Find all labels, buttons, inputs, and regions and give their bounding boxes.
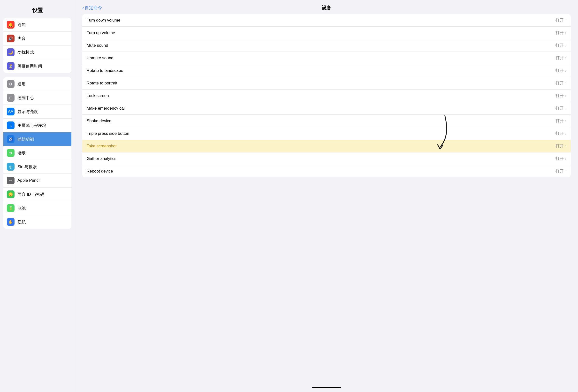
row-value-turn-down-volume: 打开: [555, 17, 564, 23]
row-chevron-take-screenshot: ›: [565, 144, 566, 148]
back-label: 自定命令: [85, 5, 102, 11]
settings-row-rotate-landscape[interactable]: Rotate to landscape 打开 ›: [82, 64, 571, 77]
row-chevron-reboot-device: ›: [565, 169, 566, 174]
row-label-shake-device: Shake device: [87, 119, 555, 123]
row-chevron-lock-screen: ›: [565, 94, 566, 98]
sidebar-item-sounds[interactable]: 🔊 声音: [3, 32, 71, 45]
sidebar-item-wallpaper[interactable]: ✿ 墙纸: [3, 146, 71, 160]
row-value-mute-sound: 打开: [555, 43, 564, 48]
scroll-indicator: [75, 385, 578, 392]
sidebar-item-controlcenter[interactable]: ⊞ 控制中心: [3, 91, 71, 105]
settings-row-rotate-portrait[interactable]: Rotate to portrait 打开 ›: [82, 77, 571, 89]
back-chevron-icon: ‹: [82, 5, 84, 11]
sidebar-item-general[interactable]: ⚙ 通用: [3, 77, 71, 91]
icon-accessibility: ♿: [7, 135, 14, 143]
settings-row-reboot-device[interactable]: Reboot device 打开 ›: [82, 165, 571, 177]
settings-row-gather-analytics[interactable]: Gather analytics 打开 ›: [82, 152, 571, 165]
sidebar-label-sounds: 声音: [17, 36, 26, 41]
row-label-mute-sound: Mute sound: [87, 43, 555, 48]
row-chevron-emergency-call: ›: [565, 106, 566, 111]
sidebar-label-wallpaper: 墙纸: [17, 150, 26, 156]
page-title: 设备: [322, 4, 331, 11]
row-label-triple-press: Triple press side button: [87, 131, 555, 136]
sidebar-label-display: 显示与亮度: [17, 109, 38, 114]
row-label-reboot-device: Reboot device: [87, 169, 555, 174]
settings-row-unmute-sound[interactable]: Unmute sound 打开 ›: [82, 52, 571, 64]
row-chevron-mute-sound: ›: [565, 43, 566, 48]
row-chevron-gather-analytics: ›: [565, 157, 566, 161]
sidebar-item-applepencil[interactable]: ✏ Apple Pencil: [3, 174, 71, 187]
sidebar-item-privacy[interactable]: ✋ 隐私: [3, 215, 71, 229]
icon-display: AA: [7, 108, 14, 115]
sidebar-label-siri: Siri 与搜索: [17, 164, 37, 170]
sidebar-item-screentime[interactable]: ⏳ 屏幕使用时间: [3, 59, 71, 73]
icon-applepencil: ✏: [7, 177, 14, 184]
icon-controlcenter: ⊞: [7, 94, 14, 102]
row-label-rotate-portrait: Rotate to portrait: [87, 81, 555, 86]
row-label-take-screenshot: Take screenshot: [87, 144, 555, 149]
settings-row-take-screenshot[interactable]: Take screenshot 打开 ›: [82, 140, 571, 152]
sidebar-item-dnd[interactable]: 🌙 勿扰模式: [3, 45, 71, 59]
settings-card: Turn down volume 打开 › Turn up volume 打开 …: [82, 14, 571, 177]
row-chevron-rotate-portrait: ›: [565, 81, 566, 86]
sidebar-item-homescreen[interactable]: ⠿ 主屏幕与程序坞: [3, 119, 71, 132]
sidebar-item-notifications[interactable]: 🔔 通知: [3, 18, 71, 32]
sidebar-item-battery[interactable]: 🔋 电池: [3, 201, 71, 215]
sidebar-label-screentime: 屏幕使用时间: [17, 63, 42, 69]
row-value-reboot-device: 打开: [555, 169, 564, 174]
row-chevron-turn-up-volume: ›: [565, 31, 566, 35]
row-value-lock-screen: 打开: [555, 93, 564, 98]
row-value-gather-analytics: 打开: [555, 156, 564, 161]
icon-homescreen: ⠿: [7, 122, 14, 129]
row-chevron-turn-down-volume: ›: [565, 18, 566, 23]
icon-general: ⚙: [7, 80, 14, 88]
settings-row-lock-screen[interactable]: Lock screen 打开 ›: [82, 89, 571, 102]
back-button[interactable]: ‹ 自定命令: [82, 5, 102, 11]
sidebar-label-controlcenter: 控制中心: [17, 95, 34, 101]
icon-notifications: 🔔: [7, 21, 14, 29]
content-area: Turn down volume 打开 › Turn up volume 打开 …: [75, 14, 578, 385]
sidebar-label-privacy: 隐私: [17, 219, 26, 225]
settings-row-turn-up-volume[interactable]: Turn up volume 打开 ›: [82, 27, 571, 39]
row-value-turn-up-volume: 打开: [555, 30, 564, 36]
icon-battery: 🔋: [7, 204, 14, 212]
row-label-turn-down-volume: Turn down volume: [87, 18, 555, 23]
row-label-emergency-call: Make emergency call: [87, 106, 555, 111]
row-value-emergency-call: 打开: [555, 105, 564, 111]
icon-sounds: 🔊: [7, 35, 14, 42]
settings-row-emergency-call[interactable]: Make emergency call 打开 ›: [82, 102, 571, 115]
row-label-unmute-sound: Unmute sound: [87, 56, 555, 60]
icon-screentime: ⏳: [7, 62, 14, 70]
settings-row-shake-device[interactable]: Shake device 打开 ›: [82, 115, 571, 127]
sidebar-item-accessibility[interactable]: ♿ 辅助功能: [3, 132, 71, 146]
sidebar-group-2: ⚙ 通用 ⊞ 控制中心 AA 显示与亮度 ⠿ 主屏幕与程序坞 ♿ 辅助功能 ✿ …: [3, 77, 71, 229]
sidebar-item-display[interactable]: AA 显示与亮度: [3, 105, 71, 119]
sidebar: 设置 🔔 通知 🔊 声音 🌙 勿扰模式 ⏳ 屏幕使用时间 ⚙ 通用 ⊞ 控制中心…: [0, 0, 75, 392]
row-label-rotate-landscape: Rotate to landscape: [87, 68, 555, 73]
row-value-triple-press: 打开: [555, 131, 564, 136]
settings-row-mute-sound[interactable]: Mute sound 打开 ›: [82, 39, 571, 52]
sidebar-title: 设置: [0, 0, 75, 18]
row-value-take-screenshot: 打开: [555, 143, 564, 149]
sidebar-label-homescreen: 主屏幕与程序坞: [17, 123, 46, 128]
row-label-lock-screen: Lock screen: [87, 93, 555, 98]
row-value-rotate-landscape: 打开: [555, 68, 564, 73]
settings-row-triple-press[interactable]: Triple press side button 打开 ›: [82, 127, 571, 140]
row-chevron-shake-device: ›: [565, 119, 566, 123]
scroll-bar: [312, 387, 341, 388]
icon-dnd: 🌙: [7, 48, 14, 56]
settings-row-turn-down-volume[interactable]: Turn down volume 打开 ›: [82, 14, 571, 27]
sidebar-label-applepencil: Apple Pencil: [17, 178, 41, 183]
sidebar-group-1: 🔔 通知 🔊 声音 🌙 勿扰模式 ⏳ 屏幕使用时间: [3, 18, 71, 73]
row-chevron-triple-press: ›: [565, 131, 566, 136]
sidebar-item-siri[interactable]: ◎ Siri 与搜索: [3, 160, 71, 174]
row-value-rotate-portrait: 打开: [555, 80, 564, 86]
row-value-shake-device: 打开: [555, 118, 564, 124]
row-value-unmute-sound: 打开: [555, 55, 564, 61]
sidebar-item-faceid[interactable]: 😊 面容 ID 与密码: [3, 187, 71, 201]
sidebar-label-dnd: 勿扰模式: [17, 50, 34, 55]
row-chevron-rotate-landscape: ›: [565, 68, 566, 73]
sidebar-label-faceid: 面容 ID 与密码: [17, 192, 44, 197]
sidebar-label-notifications: 通知: [17, 22, 26, 28]
icon-privacy: ✋: [7, 218, 14, 226]
